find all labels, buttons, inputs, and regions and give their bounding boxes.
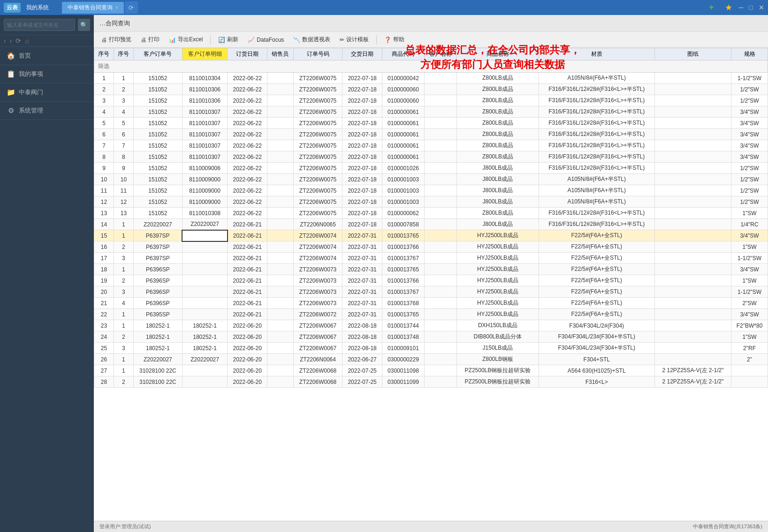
cell-cust-order: 151052 xyxy=(133,151,182,163)
cell-salesman xyxy=(267,219,294,230)
nav-forward-button[interactable]: › xyxy=(10,37,12,45)
cell-cust-order: 31028100 22C xyxy=(133,376,182,388)
table-row: 203P6396SP2022-06-21ZT2206W00732022-07-3… xyxy=(94,286,768,298)
sidebar-item-system-manage[interactable]: ⚙ 系统管理 xyxy=(0,102,94,120)
cell-drawing xyxy=(654,253,731,264)
maximize-button[interactable]: □ xyxy=(749,4,753,11)
cell-order-code: ZT2206W0075 xyxy=(293,129,342,140)
sidebar-search-button[interactable]: 🔍 xyxy=(78,19,90,31)
minimize-button[interactable]: ─ xyxy=(739,4,744,11)
table-row: 121215105281100090002022-06-22ZT2206W007… xyxy=(94,196,768,208)
cell-order-code: ZT2206W0075 xyxy=(293,118,342,129)
cell-product-name: Z800LB成品 xyxy=(457,140,539,151)
cell-product-code: 0100000042 xyxy=(382,73,424,84)
pivot-table-button[interactable]: 📉 数据透视表 xyxy=(289,34,334,45)
print-preview-button[interactable]: 🖨 打印预览 xyxy=(98,34,135,45)
toolbar-separator-2 xyxy=(376,35,377,45)
cell-order-code: ZT2206W0074 xyxy=(293,230,342,241)
settings-icon: ⚙ xyxy=(7,106,15,115)
nav-home-button[interactable]: ⌂ xyxy=(25,37,29,45)
cell-spec: 1/2"SW xyxy=(731,174,768,185)
cell-cust-detail: 8110010307 xyxy=(182,106,227,118)
cell-salesman xyxy=(267,241,294,253)
table-body: 1115105281100103042022-06-22ZT2206W00752… xyxy=(94,73,768,388)
cell-cust-name xyxy=(425,343,457,354)
sidebar-item-home[interactable]: 🏠 首页 xyxy=(0,47,94,65)
cell-delivery-date: 2022-07-25 xyxy=(342,376,382,388)
cell-product-name: Z800LB成品 xyxy=(457,151,539,163)
sidebar-item-zhongtai-valve[interactable]: 📁 中泰阀门 xyxy=(0,83,94,102)
sidebar-item-my-tasks-label: 我的事项 xyxy=(19,70,43,78)
cell-cust-detail xyxy=(182,286,227,298)
cell-row-num: 1 xyxy=(114,219,133,230)
cell-seq: 2 xyxy=(94,84,114,95)
cell-drawing xyxy=(654,219,731,230)
nav-back-button[interactable]: ‹ xyxy=(4,37,6,45)
cell-delivery-date: 2022-07-18 xyxy=(342,196,382,208)
cell-product-code: 0100013766 xyxy=(382,241,424,253)
tab-refresh-button[interactable]: ⟳ xyxy=(125,1,138,14)
cell-product-code: 0100000061 xyxy=(382,151,424,163)
content-area: 总表的数据汇总，在全公司内部共享，方便所有部门人员查询相关数据 …合同查询 🖨 … xyxy=(94,15,768,532)
table-container[interactable]: 序号 序号 客户订单号 客户订单明细 订货日期 销售员 订单号码 交货日期 商品… xyxy=(94,48,768,521)
cell-drawing xyxy=(654,264,731,275)
cell-product-code: 0100013765 xyxy=(382,309,424,320)
bell-icon[interactable]: ★ xyxy=(722,1,735,14)
cell-material: A105N/8#(F6A+半STL) xyxy=(539,185,654,196)
tab-main[interactable]: 中泰销售合同查询 × xyxy=(62,2,124,14)
cell-row-num: 4 xyxy=(114,106,133,118)
cell-cust-name xyxy=(425,275,457,286)
cell-row-num: 4 xyxy=(114,298,133,309)
print-icon: 🖨 xyxy=(141,37,146,43)
cell-order-code: ZT2206W0075 xyxy=(293,174,342,185)
cell-spec: 2"RF xyxy=(731,343,768,354)
export-excel-button[interactable]: 📊 导出Excel xyxy=(165,34,206,45)
refresh-button[interactable]: 🔄 刷新 xyxy=(214,34,242,45)
table-row: 242180252-1180252-12022-06-20ZT2206W0067… xyxy=(94,331,768,343)
tab-close-button[interactable]: × xyxy=(115,5,118,10)
cell-cust-detail: 8110009000 xyxy=(182,174,227,185)
cell-row-num: 7 xyxy=(114,140,133,151)
cell-drawing xyxy=(654,140,731,151)
cell-order-code: ZT2206N0064 xyxy=(293,354,342,365)
cell-seq: 27 xyxy=(94,365,114,376)
cell-salesman xyxy=(267,298,294,309)
cell-delivery-date: 2022-08-18 xyxy=(342,320,382,331)
cell-product-code: 0100000061 xyxy=(382,140,424,151)
cell-salesman xyxy=(267,174,294,185)
cell-row-num: 3 xyxy=(114,253,133,264)
cell-delivery-date: 2022-07-31 xyxy=(342,230,382,241)
table-filter-row: 筛选 xyxy=(94,60,768,73)
sidebar-item-my-tasks[interactable]: 📋 我的事项 xyxy=(0,65,94,83)
col-cust-detail: 客户订单明细 xyxy=(182,48,227,60)
cell-cust-order: Z20220027 xyxy=(133,219,182,230)
cell-cust-name xyxy=(425,320,457,331)
cell-cust-order: 31028100 22C xyxy=(133,365,182,376)
pivot-icon: 📉 xyxy=(293,37,300,43)
cell-delivery-date: 2022-07-18 xyxy=(342,73,382,84)
tab-main-label: 中泰销售合同查询 xyxy=(68,4,113,12)
help-button[interactable]: ❓ 帮助 xyxy=(380,34,408,45)
datafocus-button[interactable]: 📈 DataFocus xyxy=(244,35,288,45)
cell-cust-name xyxy=(425,95,457,106)
nav-refresh-button[interactable]: ⟳ xyxy=(15,37,21,45)
sidebar-search-input[interactable] xyxy=(4,19,75,31)
cell-row-num: 10 xyxy=(114,174,133,185)
cell-spec: 2"SW xyxy=(731,298,768,309)
table-row: 221P6395SP2022-06-21ZT2206W00722022-07-3… xyxy=(94,309,768,320)
design-template-button[interactable]: ✏ 设计模板 xyxy=(336,34,373,45)
print-button[interactable]: 🖨 打印 xyxy=(137,34,163,45)
cell-seq: 23 xyxy=(94,320,114,331)
star-icon[interactable]: ✦ xyxy=(705,1,718,14)
cell-cust-order: P6396SP xyxy=(133,275,182,286)
cell-delivery-date: 2022-07-31 xyxy=(342,275,382,286)
cell-delivery-date: 2022-07-18 xyxy=(342,84,382,95)
export-icon: 📊 xyxy=(169,37,176,43)
close-button[interactable]: ✕ xyxy=(759,4,764,11)
cell-seq: 7 xyxy=(94,140,114,151)
window-controls: ─ □ ✕ xyxy=(739,4,764,11)
cell-order-code: ZT2206W0068 xyxy=(293,376,342,388)
cell-order-date: 2022-06-22 xyxy=(228,208,267,219)
cell-order-date: 2022-06-22 xyxy=(228,95,267,106)
cell-delivery-date: 2022-08-18 xyxy=(342,343,382,354)
